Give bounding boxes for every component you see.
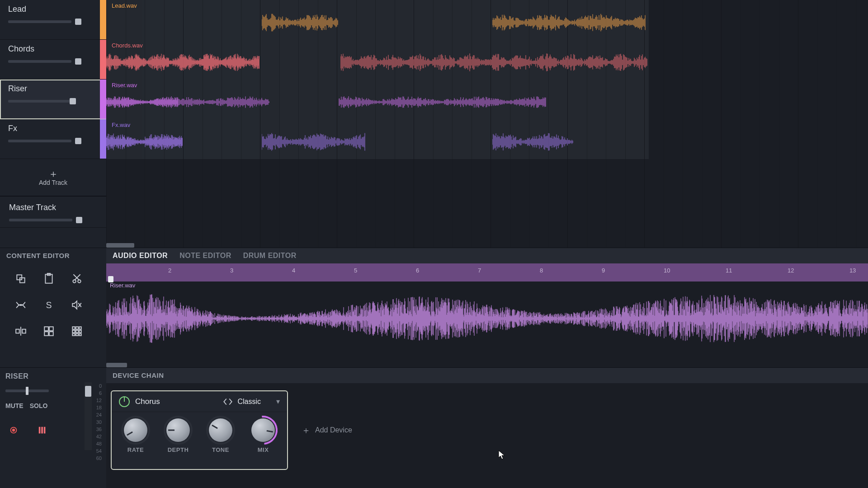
grid-icon[interactable] — [64, 319, 90, 343]
record-arm-icon[interactable] — [5, 422, 22, 438]
track-color — [100, 80, 106, 119]
fader-thumb[interactable] — [75, 138, 81, 144]
cut-icon[interactable] — [64, 267, 90, 291]
ruler-tick: 3 — [230, 267, 233, 274]
device-preset[interactable]: Classic — [237, 398, 261, 406]
track-fader[interactable] — [8, 20, 71, 23]
arrangement-scrollbar[interactable] — [106, 243, 134, 248]
ruler-tick: 9 — [602, 267, 605, 274]
clip-waveform[interactable] — [492, 132, 574, 152]
clip-waveform[interactable] — [492, 13, 646, 33]
chevron-down-icon[interactable]: ▾ — [276, 397, 280, 406]
audio-editor-waveform — [106, 291, 868, 346]
ruler-tick: 10 — [664, 267, 670, 274]
device-power-icon[interactable] — [119, 396, 130, 407]
audio-editor-ruler[interactable]: 2345678910111213 — [106, 263, 868, 282]
fader-thumb[interactable] — [75, 58, 81, 65]
svg-rect-1 — [20, 278, 25, 283]
content-editor-title: CONTENT EDITOR — [0, 248, 106, 263]
balance-thumb[interactable] — [26, 387, 28, 395]
add-track-label: Add Track — [39, 179, 67, 186]
svg-rect-26 — [44, 427, 46, 434]
add-device-label: Add Device — [315, 426, 352, 434]
clip-label: Chords.wav — [110, 42, 145, 49]
knob-label: TONE — [212, 446, 229, 453]
svg-rect-20 — [76, 333, 78, 335]
paste-icon[interactable] — [36, 267, 61, 291]
tab-drum-editor[interactable]: DRUM EDITOR — [243, 252, 297, 260]
add-device-button[interactable]: ＋ Add Device — [302, 424, 352, 436]
meter-scale: 06121824303642485460 — [94, 382, 102, 462]
arrangement-view[interactable]: Lead.wavChords.wavRiser.wavFx.wav — [106, 0, 868, 248]
track-fader[interactable] — [8, 100, 71, 103]
track-lead[interactable]: Lead — [0, 0, 106, 40]
knob-mix[interactable]: MIX — [251, 418, 275, 453]
audio-editor-playhead[interactable] — [108, 276, 113, 282]
track-color — [100, 0, 106, 39]
knob-depth[interactable]: DEPTH — [166, 418, 190, 453]
preset-prev-next-icon[interactable] — [222, 396, 234, 408]
knob-rate[interactable]: RATE — [124, 418, 147, 453]
svg-rect-12 — [49, 332, 53, 336]
solo-icon[interactable]: S — [36, 293, 61, 317]
track-fader[interactable] — [8, 140, 71, 142]
svg-rect-21 — [79, 333, 81, 335]
volume-meter[interactable] — [85, 382, 92, 450]
quantize-icon[interactable] — [36, 319, 61, 343]
split-icon[interactable] — [8, 319, 33, 343]
fader-thumb[interactable] — [70, 98, 76, 104]
ruler-tick: 7 — [478, 267, 481, 274]
ruler-tick: 5 — [354, 267, 357, 274]
audio-editor[interactable]: 2345678910111213 Riser.wav — [106, 263, 868, 367]
knob-label: DEPTH — [168, 446, 189, 453]
piano-keys-icon[interactable] — [34, 422, 51, 438]
plus-icon: ＋ — [48, 169, 58, 179]
crossfade-icon[interactable] — [8, 293, 33, 317]
balance-slider[interactable] — [5, 389, 49, 392]
knob-label: RATE — [127, 446, 144, 453]
knob-label: MIX — [258, 446, 269, 453]
fader-thumb[interactable] — [75, 19, 81, 25]
duplicate-icon[interactable] — [8, 267, 33, 291]
plus-icon: ＋ — [302, 424, 311, 436]
svg-rect-25 — [41, 427, 43, 434]
svg-rect-14 — [76, 327, 78, 329]
track-list: Lead Chords Riser Fx ＋ Add TrackMaster T… — [0, 0, 106, 248]
knob-tone[interactable]: TONE — [209, 418, 232, 453]
svg-rect-13 — [72, 327, 75, 329]
track-label: Fx — [8, 124, 100, 133]
tab-note-editor[interactable]: NOTE EDITOR — [179, 252, 231, 260]
ruler-tick: 6 — [416, 267, 419, 274]
device-chorus[interactable]: Chorus Classic ▾ RATE — [111, 390, 288, 470]
clip-label: Fx.wav — [110, 121, 132, 129]
volume-fader-thumb[interactable] — [85, 386, 91, 397]
track-label: Riser — [8, 84, 100, 94]
svg-rect-15 — [79, 327, 81, 329]
tab-audio-editor[interactable]: AUDIO EDITOR — [113, 252, 168, 260]
svg-point-23 — [12, 429, 15, 432]
svg-rect-0 — [17, 275, 22, 280]
svg-rect-16 — [72, 330, 75, 333]
solo-button[interactable]: SOLO — [30, 402, 48, 409]
svg-rect-10 — [49, 327, 53, 331]
channel-track-name: RISER — [5, 372, 102, 380]
master-track[interactable]: Master Track — [0, 196, 106, 228]
svg-rect-17 — [76, 330, 78, 333]
add-track-button[interactable]: ＋ Add Track — [0, 159, 106, 196]
clip-waveform[interactable] — [340, 52, 648, 72]
clip-waveform[interactable] — [339, 92, 547, 112]
track-label: Master Track — [9, 203, 100, 212]
track-chords[interactable]: Chords — [0, 40, 106, 80]
clip-waveform[interactable] — [262, 132, 366, 152]
device-chain-title: DEVICE CHAIN — [106, 368, 868, 383]
audio-editor-scrollbar[interactable] — [106, 363, 127, 367]
track-fx[interactable]: Fx — [0, 119, 106, 159]
fader-thumb[interactable] — [76, 217, 82, 223]
mute-icon[interactable] — [64, 293, 90, 317]
track-fader[interactable] — [9, 219, 72, 221]
clip-waveform[interactable] — [262, 13, 339, 33]
track-riser[interactable]: Riser — [0, 80, 106, 119]
track-fader[interactable] — [8, 60, 71, 63]
mute-button[interactable]: MUTE — [5, 402, 24, 409]
track-color — [100, 40, 106, 79]
